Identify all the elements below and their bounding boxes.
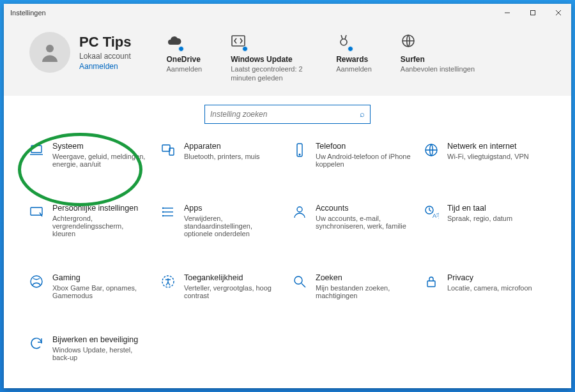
personalize-icon	[28, 204, 45, 220]
category-privacy[interactable]: PrivacyLocatie, camera, microfoon	[423, 273, 547, 313]
quick-status-row: OneDrive Aanmelden Windows Update Laatst…	[167, 33, 475, 83]
category-systeem[interactable]: SysteemWeergave, geluid, meldingen, ener…	[28, 142, 152, 182]
quick-rewards[interactable]: Rewards Aanmelden	[336, 33, 372, 83]
devices-icon	[160, 142, 176, 158]
lock-icon	[423, 273, 440, 290]
category-accounts[interactable]: AccountsUw accounts, e-mail, synchronise…	[291, 204, 415, 252]
svg-point-19	[163, 211, 164, 212]
category-zoeken[interactable]: ZoekenMijn bestanden zoeken, machtiginge…	[291, 273, 415, 313]
svg-point-24	[31, 276, 42, 287]
svg-rect-28	[427, 281, 435, 287]
search-bar: ⌕	[4, 96, 571, 129]
profile-signin-link[interactable]: Aanmelden	[79, 62, 132, 71]
search-icon	[291, 273, 308, 290]
close-button[interactable]	[546, 4, 571, 22]
svg-point-4	[46, 45, 54, 52]
svg-rect-9	[162, 145, 170, 151]
sync-icon	[231, 33, 246, 51]
xbox-icon	[28, 273, 45, 290]
svg-point-18	[163, 207, 164, 208]
category-netwerk[interactable]: Netwerk en internetWi-Fi, vliegtuigstand…	[423, 142, 547, 182]
person-icon	[291, 204, 308, 220]
avatar	[29, 32, 70, 73]
svg-text:A字: A字	[433, 213, 439, 219]
svg-point-21	[297, 207, 302, 212]
profile-account-type: Lokaal account	[79, 52, 132, 61]
settings-grid: SysteemWeergave, geluid, meldingen, ener…	[4, 129, 571, 389]
profile-block[interactable]: PC Tips Lokaal account Aanmelden	[29, 32, 132, 73]
svg-point-6	[341, 39, 347, 45]
category-gaming[interactable]: GamingXbox Game Bar, opnames, Gamemodus	[28, 273, 152, 313]
globe-icon	[401, 33, 416, 51]
category-apparaten[interactable]: ApparatenBluetooth, printers, muis	[160, 142, 284, 182]
svg-rect-8	[31, 146, 42, 153]
category-persoonlijk[interactable]: Persoonlijke instellingenAchtergrond, ve…	[28, 204, 152, 252]
profile-name: PC Tips	[79, 34, 132, 50]
svg-point-20	[163, 215, 164, 216]
category-apps[interactable]: AppsVerwijderen, standaardinstellingen, …	[160, 204, 284, 252]
status-dot-icon	[178, 46, 184, 52]
maximize-button[interactable]	[520, 4, 546, 22]
svg-point-12	[299, 154, 300, 155]
apps-icon	[160, 204, 176, 220]
time-language-icon: A字	[423, 204, 440, 220]
globe-icon	[423, 142, 440, 158]
quick-surfen[interactable]: Surfen Aanbevolen instellingen	[401, 33, 475, 83]
laptop-icon	[28, 142, 45, 158]
cloud-icon	[167, 33, 182, 51]
status-dot-icon	[348, 46, 353, 52]
window-title: Instellingen	[10, 9, 46, 17]
update-icon	[28, 335, 45, 352]
category-bijwerken[interactable]: Bijwerken en beveiligingWindows Update, …	[28, 335, 152, 375]
search-icon: ⌕	[360, 109, 365, 119]
svg-rect-1	[531, 11, 535, 15]
category-toegankelijkheid[interactable]: ToegankelijkheidVerteller, vergrootglas,…	[160, 273, 284, 313]
quick-onedrive[interactable]: OneDrive Aanmelden	[167, 33, 203, 83]
svg-point-26	[295, 276, 302, 284]
settings-window: Instellingen PC Tips Lokaal account Aanm…	[4, 4, 571, 388]
titlebar: Instellingen	[4, 4, 571, 22]
search-input[interactable]	[210, 110, 360, 119]
svg-line-27	[302, 283, 305, 287]
status-dot-icon	[242, 46, 248, 52]
phone-icon	[291, 142, 308, 158]
quick-windows-update[interactable]: Windows Update Laatst gecontroleerd: 2 m…	[231, 33, 307, 83]
search-box[interactable]: ⌕	[204, 105, 371, 124]
header: PC Tips Lokaal account Aanmelden OneDriv…	[4, 22, 571, 96]
minimize-button[interactable]	[494, 4, 520, 22]
category-tijd-taal[interactable]: A字 Tijd en taalSpraak, regio, datum	[423, 204, 547, 252]
medal-icon	[336, 33, 351, 51]
accessibility-icon	[160, 273, 176, 290]
category-telefoon[interactable]: TelefoonUw Android-telefoon of iPhone ko…	[291, 142, 415, 182]
